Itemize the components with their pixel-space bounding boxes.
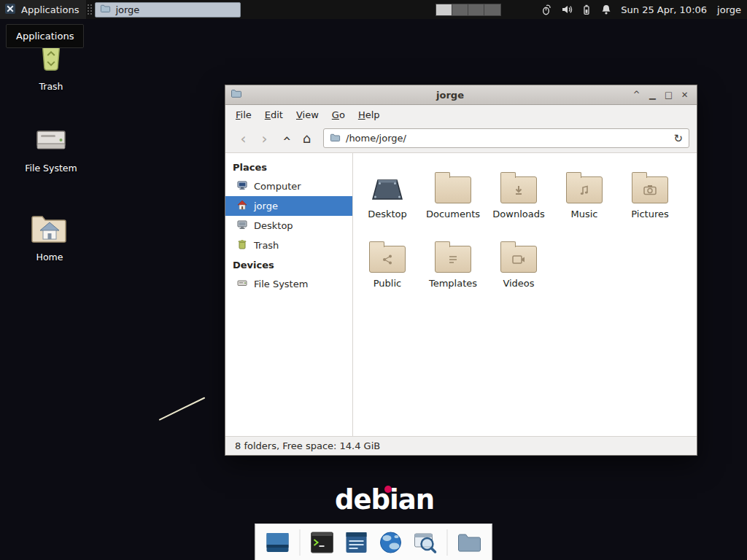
home-folder-icon bbox=[31, 213, 69, 246]
sidebar-item-label: Computer bbox=[254, 181, 301, 192]
desktop-icon-label: Trash bbox=[39, 81, 63, 92]
file-item-music[interactable]: Music bbox=[551, 167, 617, 236]
toolbar: ‹ › › ⌂ /home/jorge/ ↻ bbox=[225, 124, 697, 153]
desktop-app-icon[interactable] bbox=[266, 530, 290, 555]
camera-emblem-folder-icon bbox=[632, 176, 668, 203]
sidebar-item-jorge[interactable]: jorge bbox=[225, 196, 352, 216]
file-item-documents[interactable]: Documents bbox=[420, 167, 486, 236]
location-bar[interactable]: /home/jorge/ ↻ bbox=[323, 128, 689, 148]
applications-menu-button[interactable]: Applications bbox=[0, 0, 86, 19]
drive-icon bbox=[34, 125, 69, 158]
download-emblem-folder-icon bbox=[500, 176, 537, 203]
dock-separator bbox=[300, 529, 301, 556]
file-manager-icon[interactable] bbox=[457, 530, 482, 555]
file-item-downloads[interactable]: Downloads bbox=[486, 167, 551, 236]
notifications-icon[interactable] bbox=[600, 4, 612, 16]
debian-swirl bbox=[384, 486, 392, 493]
window-content: Places Computer jorge Desktop bbox=[225, 153, 697, 436]
sidebar-header-places: Places bbox=[225, 158, 352, 176]
taskbar-window-label: jorge bbox=[115, 4, 139, 15]
window-folder-icon[interactable] bbox=[231, 88, 242, 102]
back-button[interactable]: ‹ bbox=[233, 128, 254, 148]
sidebar-item-desktop[interactable]: Desktop bbox=[225, 216, 352, 236]
menu-go[interactable]: Go bbox=[325, 106, 352, 123]
file-label: Public bbox=[374, 278, 401, 289]
home-button[interactable]: ⌂ bbox=[296, 128, 317, 148]
sidebar-item-file-system[interactable]: File System bbox=[225, 274, 352, 294]
share-emblem-folder-icon bbox=[369, 246, 406, 273]
file-label: Desktop bbox=[368, 209, 407, 219]
folder-icon bbox=[100, 3, 111, 16]
templates-emblem-folder-icon bbox=[435, 246, 471, 273]
menu-help[interactable]: Help bbox=[352, 106, 387, 123]
dock-separator bbox=[447, 529, 448, 556]
terminal-icon[interactable] bbox=[310, 530, 335, 555]
web-browser-icon[interactable] bbox=[379, 530, 403, 555]
file-grid: Desktop Documents Downloads Music bbox=[353, 153, 697, 436]
applications-tooltip: Applications bbox=[6, 24, 84, 48]
home-icon: ⌂ bbox=[303, 131, 311, 146]
search-icon[interactable] bbox=[413, 530, 438, 555]
file-label: Documents bbox=[426, 209, 480, 219]
file-item-pictures[interactable]: Pictures bbox=[617, 167, 683, 236]
minimize-button[interactable]: ▁ bbox=[646, 88, 659, 102]
taskbar-window-button[interactable]: jorge bbox=[95, 2, 241, 18]
file-label: Videos bbox=[503, 278, 534, 289]
desktop-icon-label: Home bbox=[36, 252, 63, 262]
file-item-videos[interactable]: Videos bbox=[486, 236, 551, 306]
sidebar-item-trash[interactable]: Trash bbox=[225, 236, 352, 255]
back-icon: ‹ bbox=[241, 130, 247, 147]
sidebar-item-computer[interactable]: Computer bbox=[225, 176, 352, 196]
sidebar-header-devices: Devices bbox=[225, 255, 352, 274]
file-manager-window: jorge ^ ▁ □ ✕ File Edit View Go Help ‹ ›… bbox=[225, 85, 697, 456]
up-icon: › bbox=[277, 136, 295, 141]
file-label: Pictures bbox=[631, 209, 668, 219]
user-home-icon bbox=[236, 199, 248, 213]
forward-button[interactable]: › bbox=[254, 128, 275, 148]
menu-edit[interactable]: Edit bbox=[258, 106, 290, 123]
file-item-templates[interactable]: Templates bbox=[420, 236, 486, 306]
battery-icon[interactable] bbox=[580, 4, 592, 16]
workspace-2[interactable] bbox=[452, 4, 468, 15]
panel-username[interactable]: jorge bbox=[717, 4, 741, 15]
drive-icon bbox=[236, 277, 248, 291]
statusbar: 8 folders, Free space: 14.4 GiB bbox=[225, 436, 697, 455]
sidebar: Places Computer jorge Desktop bbox=[225, 153, 353, 436]
sidebar-item-label: Trash bbox=[254, 240, 279, 251]
volume-icon[interactable] bbox=[560, 4, 573, 16]
menubar: File Edit View Go Help bbox=[225, 105, 697, 124]
file-label: Templates bbox=[429, 278, 477, 289]
applications-menu-label: Applications bbox=[21, 4, 79, 15]
desktop-icon-home[interactable]: Home bbox=[12, 213, 88, 262]
location-folder-icon bbox=[330, 132, 341, 145]
up-button[interactable]: › bbox=[275, 128, 296, 148]
close-button[interactable]: ✕ bbox=[678, 88, 692, 102]
desktop-icon-file-system[interactable]: File System bbox=[13, 125, 89, 174]
menu-file[interactable]: File bbox=[229, 106, 258, 123]
desktop-icon-label: File System bbox=[25, 163, 77, 174]
maximize-button[interactable]: □ bbox=[662, 88, 676, 102]
desktop-surface-icon bbox=[368, 167, 406, 203]
sidebar-item-label: File System bbox=[254, 279, 308, 289]
reload-button[interactable]: ↻ bbox=[673, 132, 683, 145]
workspace-4[interactable] bbox=[484, 4, 500, 15]
debian-logo: debian bbox=[335, 484, 434, 516]
workspace-3[interactable] bbox=[468, 4, 484, 15]
file-item-desktop[interactable]: Desktop bbox=[355, 167, 420, 236]
window-controls: ^ ▁ □ ✕ bbox=[630, 88, 692, 102]
mouse-settings-icon[interactable] bbox=[541, 4, 553, 16]
window-titlebar[interactable]: jorge ^ ▁ □ ✕ bbox=[225, 85, 697, 105]
location-path[interactable]: /home/jorge/ bbox=[346, 133, 668, 144]
text-editor-icon[interactable] bbox=[344, 530, 369, 555]
panel-clock[interactable]: Sun 25 Apr, 10:06 bbox=[621, 4, 707, 15]
menu-view[interactable]: View bbox=[290, 106, 325, 123]
workspace-1[interactable] bbox=[436, 4, 452, 15]
workspace-pager[interactable] bbox=[436, 4, 501, 16]
bottom-dock bbox=[255, 524, 492, 560]
applications-menu-icon bbox=[4, 3, 16, 17]
sidebar-item-label: jorge bbox=[254, 201, 278, 211]
desktop-icon bbox=[236, 219, 248, 233]
file-label: Downloads bbox=[492, 209, 544, 219]
file-item-public[interactable]: Public bbox=[355, 236, 420, 306]
shade-button[interactable]: ^ bbox=[630, 88, 643, 102]
